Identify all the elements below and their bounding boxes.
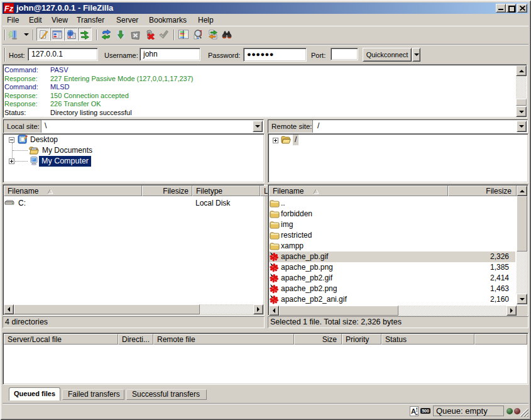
svg-text:Fz: Fz [4,4,14,13]
